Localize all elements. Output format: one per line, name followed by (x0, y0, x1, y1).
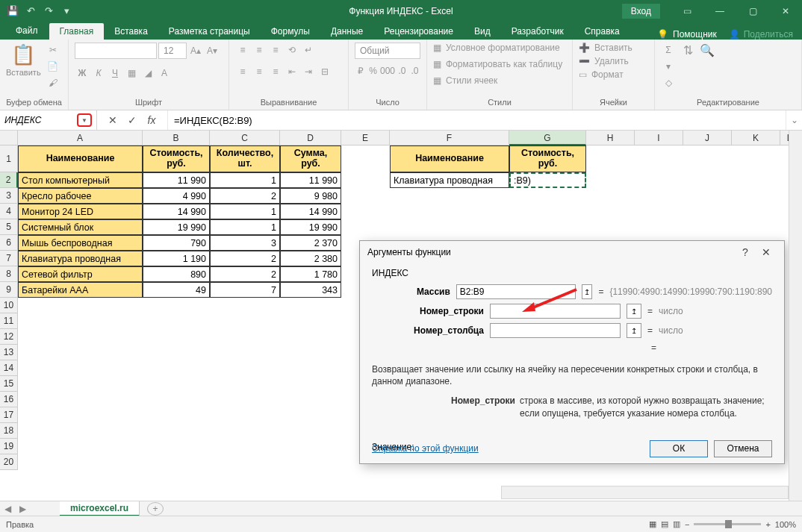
tab-formulas[interactable]: Формулы (261, 23, 320, 40)
maximize-icon[interactable]: ▢ (736, 0, 769, 22)
tab-developer[interactable]: Разработчик (501, 23, 574, 40)
cell[interactable]: Стоимость,руб. (509, 145, 586, 172)
cell[interactable]: 19 990 (143, 219, 210, 235)
cell[interactable]: 3 (210, 235, 280, 251)
row-header[interactable]: 3 (0, 188, 18, 204)
cell-styles-button[interactable]: ▦Стили ячеек (433, 75, 566, 86)
cell[interactable]: 11 990 (143, 172, 210, 188)
merge-icon[interactable]: ⊟ (317, 64, 332, 79)
arg-input[interactable] (490, 304, 621, 319)
cell[interactable]: 890 (143, 266, 210, 282)
col-header[interactable]: H (586, 131, 635, 145)
col-header[interactable]: G (509, 131, 586, 145)
col-header[interactable]: J (683, 131, 732, 145)
tab-layout[interactable]: Разметка страницы (158, 23, 261, 40)
align-right-icon[interactable]: ≡ (268, 64, 283, 79)
fill-color-icon[interactable]: ◢ (140, 66, 155, 81)
tab-file[interactable]: Файл (4, 22, 49, 40)
row-header[interactable]: 9 (0, 282, 18, 298)
cell[interactable]: 1 (210, 172, 280, 188)
expand-formula-bar-icon[interactable]: ⌄ (786, 110, 802, 130)
row-header[interactable]: 17 (0, 407, 18, 423)
tab-nav-next-icon[interactable]: ▶ (15, 504, 30, 514)
comma-icon[interactable]: 000 (380, 63, 395, 78)
col-header[interactable]: A (18, 131, 143, 145)
dialog-help-link[interactable]: Справка по этой функции (372, 443, 479, 454)
col-header[interactable]: B (143, 131, 210, 145)
tab-view[interactable]: Вид (464, 23, 501, 40)
ribbon-options-icon[interactable]: ▭ (671, 0, 703, 22)
row-header[interactable]: 6 (0, 235, 18, 251)
row-header[interactable]: 12 (0, 329, 18, 345)
cell[interactable]: Кресло рабочее (18, 188, 143, 204)
underline-icon[interactable]: Ч (108, 66, 122, 81)
font-color-icon[interactable]: A (157, 66, 172, 81)
format-as-table-button[interactable]: ▦Форматировать как таблицу (433, 59, 566, 69)
inc-decimal-icon[interactable]: .0 (397, 63, 408, 78)
cancel-formula-icon[interactable]: ✕ (105, 112, 121, 128)
align-center-icon[interactable]: ≡ (252, 64, 267, 79)
minimize-icon[interactable]: — (703, 0, 736, 22)
dialog-close-icon[interactable]: ✕ (756, 242, 777, 263)
arg-input[interactable] (490, 323, 621, 338)
save-icon[interactable]: 💾 (4, 3, 21, 19)
share-button[interactable]: 👤Поделиться (729, 29, 793, 40)
cell[interactable]: Мышь беспроводная (18, 235, 143, 251)
cell[interactable]: Системный блок (18, 219, 143, 235)
cell[interactable]: 4 990 (143, 188, 210, 204)
cell[interactable]: Наименование (18, 145, 143, 172)
conditional-formatting-button[interactable]: ▦Условное форматирование (433, 43, 566, 53)
delete-cells-button[interactable]: ➖Удалить (579, 56, 632, 66)
cell[interactable]: 2 380 (280, 251, 341, 266)
row-header[interactable]: 11 (0, 313, 18, 329)
row-header[interactable]: 16 (0, 392, 18, 407)
tab-help[interactable]: Справка (574, 23, 630, 40)
format-painter-icon[interactable]: 🖌 (46, 75, 60, 90)
font-name-combo[interactable] (75, 43, 157, 59)
zoom-in-icon[interactable]: + (765, 520, 770, 529)
zoom-level[interactable]: 100% (775, 520, 796, 529)
italic-icon[interactable]: К (91, 66, 106, 81)
row-header[interactable]: 4 (0, 204, 18, 219)
col-header[interactable]: I (635, 131, 683, 145)
cell[interactable]: Количество,шт. (210, 145, 280, 172)
cell[interactable]: 9 980 (280, 188, 341, 204)
redo-icon[interactable]: ↷ (40, 3, 57, 19)
align-top-icon[interactable]: ≡ (235, 43, 250, 57)
cell[interactable]: :B9) (509, 172, 586, 188)
range-picker-icon[interactable]: ↥ (627, 304, 641, 319)
ok-button[interactable]: ОК (650, 440, 708, 457)
insert-function-icon[interactable]: fx (143, 112, 160, 128)
cell[interactable]: Клавиатура проводная (18, 251, 143, 266)
view-normal-icon[interactable]: ▦ (649, 519, 656, 529)
row-header[interactable]: 13 (0, 345, 18, 360)
align-left-icon[interactable]: ≡ (235, 64, 250, 79)
horizontal-scrollbar[interactable] (501, 486, 789, 499)
cell[interactable]: Стоимость,руб. (143, 145, 210, 172)
wrap-text-icon[interactable]: ↵ (301, 43, 316, 57)
formula-input[interactable]: =ИНДЕКС(B2:B9) (168, 110, 786, 130)
cell[interactable]: Монитор 24 LED (18, 204, 143, 219)
col-header[interactable]: K (732, 131, 780, 145)
view-layout-icon[interactable]: ▤ (661, 519, 668, 529)
align-middle-icon[interactable]: ≡ (252, 43, 267, 57)
zoom-slider[interactable] (694, 523, 761, 525)
sort-filter-button[interactable]: ⇅ (680, 43, 695, 57)
view-break-icon[interactable]: ▥ (673, 519, 680, 529)
percent-icon[interactable]: % (367, 63, 379, 78)
row-header[interactable]: 15 (0, 376, 18, 392)
row-header[interactable]: 1 (0, 145, 18, 172)
format-cells-button[interactable]: ▭Формат (579, 69, 632, 80)
tell-me[interactable]: 💡Помощник (657, 29, 717, 40)
find-select-button[interactable]: 🔍 (700, 43, 715, 57)
col-header[interactable]: C (210, 131, 280, 145)
cancel-button[interactable]: Отмена (714, 440, 772, 457)
row-header[interactable]: 18 (0, 423, 18, 439)
name-box[interactable]: ИНДЕКС ▼ (0, 110, 97, 130)
select-all-corner[interactable] (0, 131, 18, 145)
col-header[interactable]: E (341, 131, 390, 145)
enter-formula-icon[interactable]: ✓ (124, 112, 140, 128)
autosum-icon[interactable]: Σ (661, 43, 676, 57)
increase-font-icon[interactable]: A▴ (188, 43, 203, 58)
border-icon[interactable]: ▦ (124, 66, 139, 81)
